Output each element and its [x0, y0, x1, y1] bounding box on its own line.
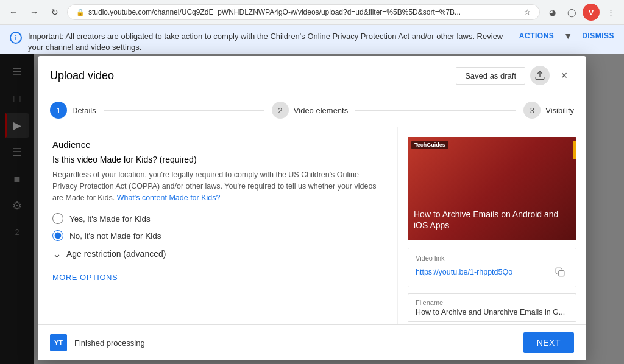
step-line-2 [355, 110, 516, 111]
lock-icon: 🔒 [76, 9, 85, 16]
more-options-link[interactable]: MORE OPTIONS [52, 273, 383, 282]
video-title-overlay: How to Archive Emails on Android and iOS… [414, 209, 570, 231]
video-link-label: Video link [416, 254, 569, 262]
url-text: studio.youtube.com/channel/UCq9ZdE_pWNHD… [88, 8, 520, 16]
processing-text: Finished processing [74, 338, 516, 348]
filename-label: Filename [416, 299, 569, 306]
browser-actions: ◕ ◯ V ⋮ [544, 4, 619, 21]
actions-button[interactable]: ACTIONS [519, 32, 555, 40]
modal-overlay: Upload video Saved as draft × 1 [0, 54, 624, 364]
video-link-url[interactable]: https://youtu.be/1-rhpptd5Qo [416, 268, 512, 276]
back-button[interactable]: ← [5, 4, 22, 21]
made-for-kids-link[interactable]: What's content Made for Kids? [117, 194, 221, 202]
audience-description: Regardless of your location, you're lega… [52, 169, 383, 203]
upload-avatar-button[interactable] [530, 66, 550, 85]
video-preview: TechGuides How to Archive Emails on Andr… [408, 137, 576, 240]
video-brand-label: TechGuides [411, 141, 448, 149]
step-3-label: Visibility [545, 106, 574, 115]
video-badge [573, 141, 576, 159]
extension-btn-1[interactable]: ◕ [544, 4, 561, 21]
menu-btn[interactable]: ⋮ [602, 4, 619, 21]
step-line-1 [104, 110, 264, 111]
step-2-label: Video elements [294, 106, 348, 115]
modal-header-actions: Saved as draft × [456, 66, 574, 85]
step-1: 1 Details [50, 102, 96, 119]
step-3-circle: 3 [523, 102, 541, 119]
no-kids-radio[interactable] [52, 230, 63, 241]
upload-video-modal: Upload video Saved as draft × 1 [38, 56, 586, 360]
yes-kids-option[interactable]: Yes, it's Made for Kids [52, 213, 383, 224]
video-link-row: https://youtu.be/1-rhpptd5Qo [416, 264, 569, 281]
steps-bar: 1 Details 2 Video elements 3 Visibility [38, 93, 586, 127]
chevron-down-icon: ⌄ [52, 247, 62, 261]
svg-rect-1 [559, 271, 564, 276]
modal-left-panel: Audience Is this video Made for Kids? (r… [38, 127, 397, 324]
step-3: 3 Visibility [523, 102, 574, 119]
browser-chrome: ← → ↻ 🔒 studio.youtube.com/channel/UCq9Z… [0, 0, 624, 25]
step-1-label: Details [72, 106, 96, 115]
yes-kids-radio[interactable] [52, 213, 63, 224]
filename-value: How to Archive and Unarchive Emails in G… [416, 308, 569, 317]
forward-button[interactable]: → [26, 4, 43, 21]
made-for-kids-question: Is this video Made for Kids? (required) [52, 155, 383, 164]
video-link-section: Video link https://youtu.be/1-rhpptd5Qo [408, 248, 576, 287]
modal-footer: YT Finished processing NEXT [38, 324, 586, 360]
modal-body: Audience Is this video Made for Kids? (r… [38, 127, 586, 324]
audience-section-title: Audience [52, 139, 383, 150]
refresh-button[interactable]: ↻ [46, 4, 63, 21]
modal-header: Upload video Saved as draft × [38, 56, 586, 93]
browser-toolbar: ← → ↻ 🔒 studio.youtube.com/channel/UCq9Z… [0, 0, 624, 24]
age-restriction-toggle[interactable]: ⌄ Age restriction (advanced) [52, 247, 383, 261]
filename-section: Filename How to Archive and Unarchive Em… [408, 293, 576, 322]
step-2-circle: 2 [272, 102, 289, 119]
profile-btn[interactable]: V [583, 4, 600, 21]
extension-btn-2[interactable]: ◯ [563, 4, 580, 21]
next-button[interactable]: NEXT [523, 332, 574, 353]
age-restriction-label: Age restriction (advanced) [66, 249, 166, 259]
copy-link-button[interactable] [551, 264, 569, 281]
modal-right-panel: TechGuides How to Archive Emails on Andr… [397, 127, 586, 324]
no-kids-option[interactable]: No, it's not Made for Kids [52, 230, 383, 241]
video-thumbnail: TechGuides How to Archive Emails on Andr… [408, 137, 576, 240]
no-kids-label[interactable]: No, it's not Made for Kids [69, 231, 161, 240]
address-bar[interactable]: 🔒 studio.youtube.com/channel/UCq9ZdE_pWN… [67, 4, 540, 20]
modal-title: Upload video [50, 69, 456, 82]
info-icon: i [10, 32, 22, 44]
close-modal-button[interactable]: × [555, 66, 574, 85]
star-icon[interactable]: ☆ [524, 8, 531, 16]
step-1-circle: 1 [50, 102, 67, 119]
saved-as-draft-button[interactable]: Saved as draft [456, 67, 525, 85]
yes-kids-label[interactable]: Yes, it's Made for Kids [69, 214, 151, 223]
banner-actions: ACTIONS ▼ DISMISS [519, 31, 614, 41]
banner-text: Important: All creators are obligated to… [28, 31, 513, 53]
step-2: 2 Video elements [272, 102, 348, 119]
processing-icon: YT [50, 334, 67, 351]
dismiss-button[interactable]: DISMISS [582, 32, 614, 40]
